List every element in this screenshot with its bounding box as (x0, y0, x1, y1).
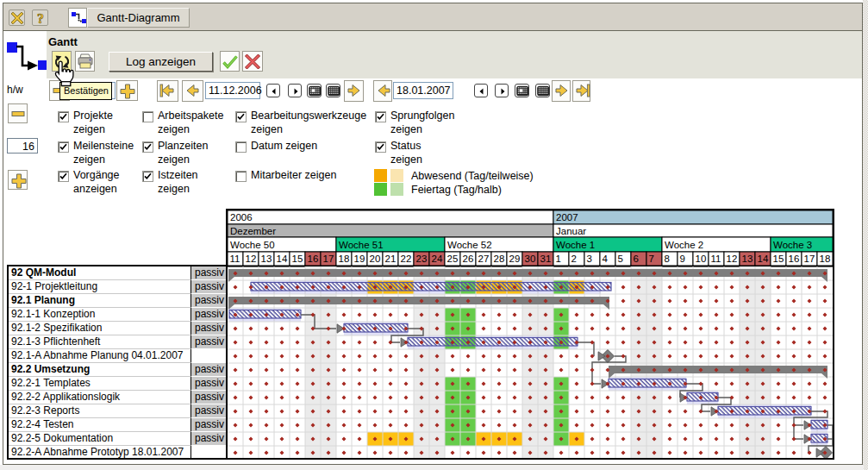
svg-text:Woche 52: Woche 52 (447, 240, 492, 250)
svg-text:26: 26 (463, 254, 474, 264)
svg-text:Woche 51: Woche 51 (339, 240, 384, 250)
svg-text:1: 1 (556, 254, 561, 264)
svg-text:18: 18 (339, 254, 350, 264)
svg-text:12: 12 (246, 254, 257, 264)
svg-text:8: 8 (665, 254, 670, 264)
svg-text:18: 18 (820, 254, 831, 264)
svg-text:14: 14 (277, 254, 288, 264)
svg-text:Woche 1: Woche 1 (556, 240, 595, 250)
svg-text:4: 4 (603, 254, 609, 264)
svg-text:3: 3 (587, 254, 592, 264)
svg-text:Januar: Januar (556, 226, 586, 236)
svg-text:11: 11 (230, 254, 240, 264)
svg-text:Dezember: Dezember (230, 226, 276, 236)
svg-text:31: 31 (540, 254, 552, 264)
svg-text:13: 13 (261, 254, 272, 264)
svg-text:15: 15 (292, 254, 303, 264)
svg-text:20: 20 (370, 254, 381, 264)
svg-text:27: 27 (478, 254, 490, 264)
svg-text:30: 30 (525, 254, 536, 264)
svg-text:28: 28 (494, 254, 505, 264)
svg-text:21: 21 (385, 254, 397, 264)
svg-text:25: 25 (447, 254, 459, 264)
svg-text:29: 29 (509, 254, 521, 264)
svg-text:?: ? (37, 11, 44, 26)
svg-text:2006: 2006 (230, 212, 253, 222)
svg-text:9: 9 (680, 254, 685, 264)
svg-text:7: 7 (649, 254, 654, 264)
svg-text:11: 11 (711, 254, 721, 264)
svg-text:16: 16 (789, 254, 800, 264)
svg-text:14: 14 (758, 254, 769, 264)
svg-text:6: 6 (634, 254, 639, 264)
svg-text:Woche 3: Woche 3 (773, 240, 812, 250)
svg-text:Woche 2: Woche 2 (665, 240, 703, 250)
svg-text:10: 10 (696, 254, 707, 264)
svg-text:24: 24 (432, 254, 443, 264)
svg-text:23: 23 (416, 254, 428, 264)
svg-text:19: 19 (354, 254, 365, 264)
svg-text:15: 15 (773, 254, 784, 264)
svg-text:5: 5 (618, 254, 623, 264)
svg-text:2007: 2007 (556, 212, 578, 222)
svg-text:2: 2 (571, 254, 577, 264)
svg-text:16: 16 (308, 254, 319, 264)
svg-text:13: 13 (742, 254, 753, 264)
svg-text:17: 17 (804, 254, 815, 264)
svg-text:22: 22 (401, 254, 412, 264)
svg-text:17: 17 (323, 254, 334, 264)
svg-text:12: 12 (727, 254, 738, 264)
svg-text:Woche 50: Woche 50 (230, 240, 275, 250)
